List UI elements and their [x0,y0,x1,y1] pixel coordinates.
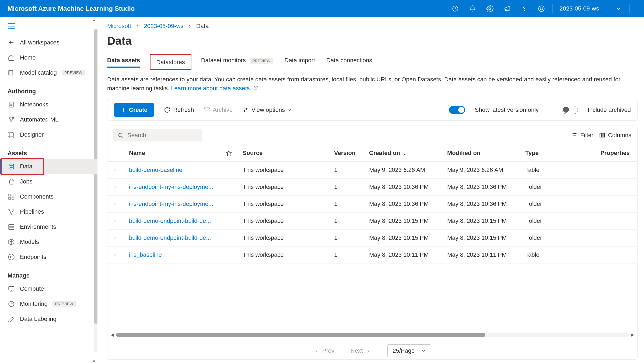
nav-model-catalog[interactable]: Model catalog PREVIEW [0,65,97,80]
refresh-icon [164,107,170,113]
svg-point-11 [9,132,10,133]
nav-notebooks[interactable]: Notebooks [0,97,97,112]
view-options-button[interactable]: View options [242,106,292,113]
hscroll-thumb[interactable] [116,333,485,337]
table-row[interactable]: iris_baseline This workspace 1 May 8, 20… [107,247,637,264]
table-row[interactable]: iris-endpoint-my-iris-deployme... This w… [107,179,637,196]
tab-datastores[interactable]: Datastores [151,56,190,68]
table-row[interactable]: build-demo-endpoint-build-de... This wor… [107,213,637,230]
pager-prev[interactable]: Prev [314,347,334,354]
row-star[interactable] [220,230,237,247]
tab-data-assets[interactable]: Data assets [107,57,140,68]
archive-button: Archive [204,106,233,113]
search-box[interactable] [113,129,202,141]
svg-point-21 [13,209,14,210]
toggle-show-latest[interactable] [449,106,465,114]
learn-more-link[interactable]: Learn more about data assets [171,85,250,92]
sidebar-scroll-up-icon[interactable]: ▲ [92,18,96,22]
row-star[interactable] [220,196,237,213]
col-name[interactable]: Name [124,145,220,162]
row-created: May 8, 2023 10:15 PM [364,230,442,247]
breadcrumb-root[interactable]: Microsoft [107,23,131,30]
col-star[interactable] [220,145,237,162]
page-size-select[interactable]: 25/Page [387,344,431,357]
row-expand[interactable] [107,247,124,264]
row-star[interactable] [220,162,237,179]
clock-icon[interactable] [452,5,459,12]
svg-point-14 [13,136,14,137]
nav-data-labeling[interactable]: Data Labeling [0,311,97,327]
nav-all-workspaces[interactable]: All workspaces [0,35,97,50]
svg-rect-7 [9,102,13,107]
table-row[interactable]: build-demo-baseline This workspace 1 May… [107,162,637,179]
toggle-include-archived[interactable] [562,106,578,114]
row-name[interactable]: build-demo-endpoint-build-de... [124,230,220,247]
svg-rect-33 [600,133,601,137]
nav-data[interactable]: Data [0,159,97,174]
pager-prev-label: Prev [322,347,334,354]
search-input[interactable] [127,132,201,139]
nav-compute[interactable]: Compute [0,281,97,296]
table-row[interactable]: build-demo-endpoint-build-de... This wor… [107,230,637,247]
row-star[interactable] [220,179,237,196]
help-icon[interactable] [520,5,528,12]
section-manage: Manage [0,265,97,281]
workspace-chevron-icon[interactable] [615,5,622,12]
col-modified[interactable]: Modified on [442,145,520,162]
bell-icon[interactable] [469,5,476,12]
sort-down-icon: ↓ [403,150,406,156]
row-star[interactable] [220,213,237,230]
svg-rect-16 [9,194,11,196]
table-row[interactable]: iris-endpoint-my-iris-deployme... This w… [107,196,637,213]
megaphone-icon[interactable] [503,5,511,12]
row-expand[interactable] [107,162,124,179]
columns-button[interactable]: Columns [599,132,631,139]
nav-automated-ml[interactable]: Automated ML [0,112,97,127]
tab-dataset-monitors[interactable]: Dataset monitors PREVIEW [201,57,273,68]
create-button[interactable]: Create [114,103,154,117]
col-properties[interactable]: Properties [579,145,637,162]
hscroll-left-icon[interactable]: ◀ [111,332,114,337]
row-expand[interactable] [107,230,124,247]
row-source: This workspace [237,179,329,196]
breadcrumb-workspace[interactable]: 2023-05-09-ws [144,23,184,30]
workspace-name[interactable]: 2023-05-09-ws [559,5,599,12]
pager-next[interactable]: Next [351,347,371,354]
nav-designer[interactable]: Designer [0,127,97,142]
row-expand[interactable] [107,213,124,230]
smiley-icon[interactable] [538,5,545,12]
nav-models[interactable]: Models [0,234,97,249]
col-source[interactable]: Source [237,145,329,162]
tab-data-connections[interactable]: Data connections [326,57,372,68]
col-created[interactable]: Created on ↓ [364,145,442,162]
col-type[interactable]: Type [520,145,579,162]
filter-button[interactable]: Filter [572,132,593,139]
row-name[interactable]: iris-endpoint-my-iris-deployme... [124,179,220,196]
nav-endpoints[interactable]: Endpoints [0,249,97,265]
hscroll-right-icon[interactable]: ▶ [631,332,634,337]
row-name[interactable]: iris-endpoint-my-iris-deployme... [124,196,220,213]
tab-data-import[interactable]: Data import [285,57,315,68]
nav-pipelines[interactable]: Pipelines [0,204,97,219]
row-name[interactable]: build-demo-endpoint-build-de... [124,213,220,230]
gear-icon[interactable] [486,5,494,12]
hscroll-track[interactable] [116,333,629,337]
sidebar-scroll-down-icon[interactable]: ▼ [92,359,96,363]
breadcrumb: Microsoft › 2023-05-09-ws › Data [107,23,638,30]
nav-environments[interactable]: Environments [0,219,97,234]
row-name[interactable]: iris_baseline [124,247,220,264]
nav-jobs[interactable]: Jobs [0,174,97,189]
row-modified: May 8, 2023 10:15 PM [442,230,520,247]
sidebar-scroll-thumb[interactable] [94,29,97,324]
nav-monitoring[interactable]: Monitoring PREVIEW [0,296,97,311]
row-name[interactable]: build-demo-baseline [124,162,220,179]
nav-home[interactable]: Home [0,50,97,65]
row-star[interactable] [220,247,237,264]
svg-point-32 [119,133,122,137]
refresh-button[interactable]: Refresh [164,106,194,113]
row-expand[interactable] [107,196,124,213]
col-version[interactable]: Version [329,145,364,162]
hamburger-icon[interactable] [0,20,97,35]
row-expand[interactable] [107,179,124,196]
nav-components[interactable]: Components [0,189,97,204]
